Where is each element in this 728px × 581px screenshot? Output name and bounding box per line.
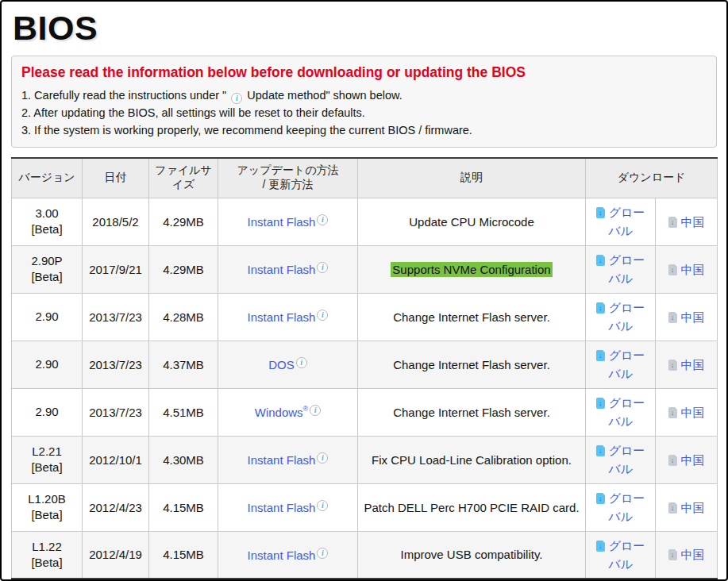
info-icon[interactable]: i: [317, 310, 328, 321]
download-global-cell: グローバル: [586, 531, 656, 579]
size-cell: 4.28MB: [149, 293, 218, 341]
download-china-link[interactable]: 中国: [668, 358, 705, 371]
download-china-link[interactable]: 中国: [668, 215, 705, 229]
download-global-link[interactable]: グローバル: [596, 491, 645, 523]
description-cell: Change Internet Flash server.: [358, 293, 586, 341]
download-global-label: グローバル: [608, 206, 645, 237]
info-icon[interactable]: i: [231, 93, 242, 104]
download-china-link[interactable]: 中国: [668, 453, 705, 467]
method-label: Instant Flash: [248, 501, 316, 514]
version-cell: 2.90: [12, 293, 83, 341]
method-label: Instant Flash: [248, 263, 316, 276]
method-label: Instant Flash: [248, 453, 316, 467]
download-china-link[interactable]: 中国: [668, 310, 705, 324]
download-china-cell: 中国: [656, 293, 718, 341]
size-cell: 4.29MB: [149, 245, 218, 293]
version-text: L2.21: [17, 444, 77, 460]
size-cell: 4.15MB: [149, 531, 218, 579]
date-cell: 2012/10/1: [83, 436, 149, 483]
download-file-icon: [668, 502, 677, 514]
download-file-icon: [668, 217, 677, 228]
version-text: L1.22: [17, 539, 77, 555]
update-method-link[interactable]: Windows®: [255, 406, 309, 419]
version-text: 2.90: [17, 356, 77, 372]
version-cell: 2.90P[Beta]: [12, 245, 83, 293]
info-icon[interactable]: i: [317, 262, 328, 273]
update-method-link[interactable]: Instant Flash: [248, 453, 316, 467]
download-file-icon: [596, 541, 605, 552]
download-global-cell: グローバル: [586, 293, 656, 341]
version-cell: 2.90: [12, 341, 83, 388]
method-cell: Instant Flashi: [218, 293, 358, 341]
download-global-link[interactable]: グローバル: [596, 348, 645, 380]
info-icon[interactable]: i: [317, 214, 328, 225]
version-tag: [Beta]: [17, 507, 77, 523]
description-text: Change Internet Flash server.: [393, 406, 550, 419]
download-global-label: グローバル: [608, 301, 645, 333]
method-label: Instant Flash: [248, 548, 316, 562]
info-icon[interactable]: i: [317, 452, 328, 464]
date-cell: 2013/7/23: [83, 293, 149, 341]
info-icon[interactable]: i: [296, 357, 307, 368]
update-method-link[interactable]: Instant Flash: [248, 548, 316, 562]
date-cell: 2013/7/23: [83, 388, 149, 436]
update-method-link[interactable]: DOS: [268, 358, 295, 371]
description-text: Change Internet Flash server.: [393, 310, 550, 324]
download-global-link[interactable]: グローバル: [596, 444, 645, 475]
col-header-description: 説明: [358, 158, 586, 198]
download-global-cell: グローバル: [586, 341, 656, 388]
download-file-icon: [596, 302, 605, 314]
download-file-icon: [668, 407, 677, 418]
notice-item-1-suffix: Update method" shown below.: [244, 89, 402, 102]
description-cell: Fix CPU Load-Line Calibration option.: [358, 436, 586, 483]
update-method-link[interactable]: Instant Flash: [248, 310, 316, 324]
download-global-cell: グローバル: [586, 245, 656, 293]
version-text: 2.90: [17, 309, 77, 325]
size-cell: 4.51MB: [149, 388, 218, 436]
update-method-link[interactable]: Instant Flash: [248, 263, 316, 276]
notice-item-2: 2. After updating the BIOS, all settings…: [21, 104, 707, 121]
table-header-row: バージョン 日付 ファイルサイズ アップデートの方法 / 更新方法 説明 ダウン…: [12, 158, 718, 198]
info-icon[interactable]: i: [317, 500, 328, 511]
size-cell: 4.29MB: [149, 198, 218, 245]
description-cell: Change Internet Flash server.: [358, 388, 586, 436]
method-cell: Instant Flashi: [218, 531, 358, 579]
update-method-link[interactable]: Instant Flash: [248, 215, 316, 229]
description-text: Improve USB compatibility.: [401, 548, 543, 561]
method-cell: Instant Flashi: [218, 198, 358, 245]
download-file-icon: [596, 398, 605, 409]
download-global-link[interactable]: グローバル: [596, 206, 645, 237]
version-cell: L1.22[Beta]: [12, 531, 83, 579]
version-cell: 3.00[Beta]: [12, 198, 83, 245]
version-tag: [Beta]: [17, 460, 77, 475]
download-file-icon: [668, 549, 677, 560]
download-file-icon: [596, 207, 605, 218]
size-cell: 4.30MB: [149, 436, 218, 483]
download-global-link[interactable]: グローバル: [596, 253, 645, 285]
download-global-cell: グローバル: [586, 483, 656, 531]
size-cell: 4.15MB: [149, 483, 218, 531]
download-china-link[interactable]: 中国: [668, 501, 705, 514]
size-cell: 4.37MB: [149, 341, 218, 388]
description-cell: Change Internet Flash server.: [358, 341, 586, 388]
info-icon[interactable]: i: [310, 405, 321, 416]
download-global-label: グローバル: [608, 396, 645, 428]
table-row: L2.21[Beta] 2012/10/1 4.30MB Instant Fla…: [12, 436, 718, 483]
method-label: Instant Flash: [248, 310, 316, 324]
version-text: 2.90: [17, 404, 77, 420]
update-method-link[interactable]: Instant Flash: [248, 501, 316, 514]
notice-item-3: 3. If the system is working properly, we…: [21, 121, 707, 139]
download-file-icon: [668, 360, 677, 371]
info-icon[interactable]: i: [317, 548, 328, 559]
download-global-cell: グローバル: [586, 388, 656, 436]
download-china-link[interactable]: 中国: [668, 406, 705, 419]
download-file-icon: [668, 455, 677, 466]
download-global-link[interactable]: グローバル: [596, 396, 645, 428]
download-global-link[interactable]: グローバル: [596, 301, 645, 333]
download-china-link[interactable]: 中国: [668, 263, 705, 276]
notice-heading: Please read the information below before…: [21, 64, 707, 81]
download-file-icon: [596, 255, 605, 266]
download-global-link[interactable]: グローバル: [596, 539, 645, 571]
col-header-download: ダウンロード: [586, 158, 718, 198]
download-china-link[interactable]: 中国: [668, 548, 705, 561]
